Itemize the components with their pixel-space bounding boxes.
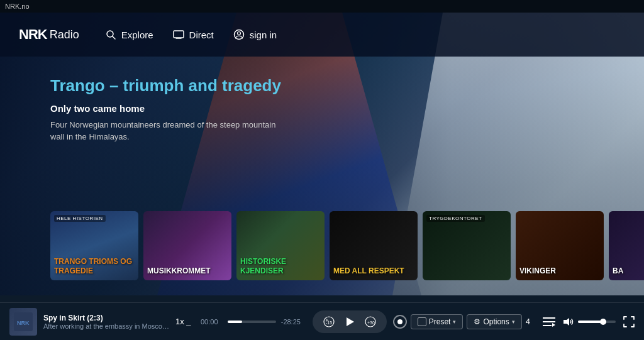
cards-row: HELE HISTORIEN TRANGO TRIOMS OG TRAGEDIE…	[0, 208, 644, 283]
hero-subtitle: Only two came home	[50, 103, 289, 114]
card-trygde[interactable]: TRYGDEKONTORET	[423, 211, 511, 280]
dot-icon	[397, 319, 402, 324]
hero-description: Four Norwegian mountaineers dreamed of t…	[50, 119, 289, 143]
preset-chevron-icon: ▾	[453, 319, 456, 325]
site-url: NRK.no	[5, 3, 30, 10]
svg-text:+30: +30	[367, 321, 375, 325]
search-icon	[104, 28, 117, 41]
progress-bar[interactable]	[228, 321, 276, 323]
options-gear-icon: ⚙	[474, 317, 480, 326]
preset-checkbox-icon	[418, 317, 426, 326]
card-historiske-title: HISTORISKE KJENDISER	[240, 257, 321, 275]
card-ba[interactable]: BA	[609, 211, 644, 280]
header: NRK Radio Explore Direct	[0, 13, 644, 57]
preset-label: Preset	[429, 317, 451, 326]
nav: Explore Direct sign in	[104, 28, 277, 41]
volume-knob	[600, 319, 606, 325]
forward-button[interactable]: +30	[362, 313, 379, 331]
nav-direct[interactable]: Direct	[172, 28, 214, 41]
card-medall[interactable]: MED ALL RESPEKT	[330, 211, 418, 280]
rewind-button[interactable]: -15	[320, 313, 338, 331]
tv-icon	[172, 28, 185, 41]
preset-button[interactable]: Preset ▾	[411, 314, 464, 329]
hero-content: Trango – triumph and tragedy Only two ca…	[50, 75, 289, 143]
player-title: Spy in Skirt (2:3)	[43, 314, 169, 322]
player-right-controls	[543, 316, 635, 327]
hero-title: Trango – triumph and tragedy	[50, 75, 289, 97]
play-next-button[interactable]	[341, 313, 358, 331]
svg-marker-17	[564, 318, 569, 326]
direct-label: Direct	[189, 30, 214, 40]
options-button[interactable]: ⚙ Options ▾	[467, 314, 521, 329]
logo-radio: Radio	[50, 28, 79, 41]
queue-button[interactable]	[543, 317, 555, 327]
logo[interactable]: NRK Radio	[19, 26, 79, 43]
options-label: Options	[483, 317, 509, 326]
options-chevron-icon: ▾	[512, 319, 515, 325]
explore-label: Explore	[121, 30, 153, 40]
card-trango[interactable]: HELE HISTORIEN TRANGO TRIOMS OG TRAGEDIE	[50, 211, 138, 280]
top-bar: NRK.no	[0, 0, 644, 13]
volume-bar[interactable]	[578, 321, 616, 323]
card-trango-title: TRANGO TRIOMS OG TRAGEDIE	[54, 257, 135, 275]
dot-button[interactable]	[393, 315, 407, 329]
svg-rect-2	[174, 31, 184, 38]
card-trango-label: HELE HISTORIEN	[54, 215, 106, 222]
fullscreen-button[interactable]	[623, 316, 635, 327]
player-controls-center: -15 +30	[313, 310, 387, 333]
progress-fill	[228, 321, 242, 323]
card-vikinger[interactable]: VIKINGER	[516, 211, 604, 280]
card-vikinger-title: VIKINGER	[519, 266, 600, 275]
svg-line-1	[113, 36, 115, 39]
card-musikkrommet-title: MUSIKKROMMET	[147, 266, 228, 275]
volume-icon[interactable]	[563, 317, 574, 327]
player-info: Spy in Skirt (2:3) After working at the …	[43, 314, 169, 330]
progress-area: 00:00 -28:25	[201, 318, 306, 326]
card-medall-title: MED ALL RESPEKT	[333, 266, 414, 275]
preset-options-area: Preset ▾ ⚙ Options ▾ 4	[393, 314, 530, 329]
player-bar: NRK Spy in Skirt (2:3) After working at …	[0, 302, 644, 340]
time-end: -28:25	[281, 318, 306, 326]
player-thumbnail: NRK	[9, 308, 37, 336]
svg-marker-16	[552, 323, 555, 327]
user-circle-icon	[233, 28, 245, 41]
card-ba-title: BA	[613, 266, 644, 275]
player-speed[interactable]: 1x _	[175, 317, 194, 326]
nav-signin[interactable]: sign in	[233, 28, 277, 41]
card-musikkrommet[interactable]: MUSIKKROMMET	[143, 211, 231, 280]
signin-label: sign in	[250, 30, 277, 40]
segment-count: 4	[526, 317, 530, 326]
svg-text:NRK: NRK	[17, 320, 30, 326]
time-start: 00:00	[201, 318, 223, 326]
card-trygde-label: TRYGDEKONTORET	[426, 215, 485, 222]
svg-point-5	[237, 32, 240, 35]
nav-explore[interactable]: Explore	[104, 28, 153, 41]
player-subtitle: After working at the embassy in Moscow..…	[43, 322, 169, 330]
card-historiske[interactable]: HISTORISKE KJENDISER	[236, 211, 325, 280]
svg-marker-10	[347, 317, 354, 326]
volume-area	[563, 317, 616, 327]
logo-nrk: NRK	[19, 26, 47, 43]
